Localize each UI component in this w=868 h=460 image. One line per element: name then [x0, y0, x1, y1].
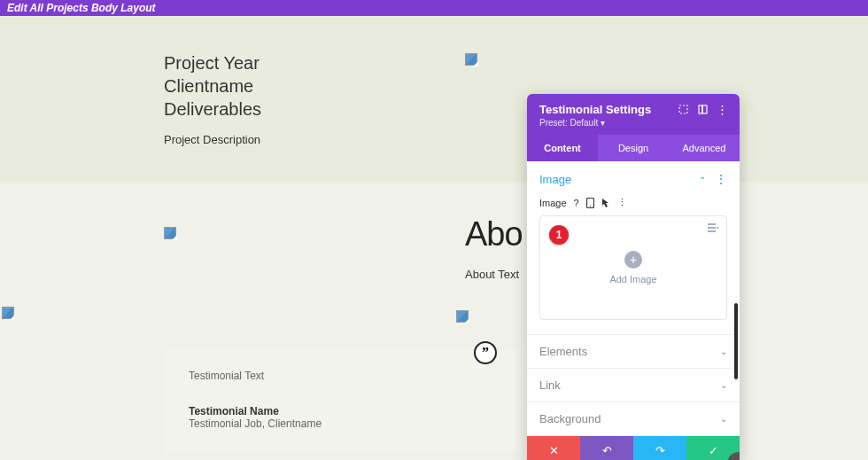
hero-line-2: Clientname	[164, 76, 253, 96]
section-image-label: Image	[539, 173, 571, 186]
panel-header[interactable]: Testimonial Settings ⋮ Preset: Default ▾	[527, 94, 740, 135]
section-image-header[interactable]: Image ⌃ ⋮	[527, 161, 740, 197]
snap-icon[interactable]	[697, 105, 708, 115]
dynamic-content-icon[interactable]	[708, 223, 719, 233]
section-background-header[interactable]: Background ⌄	[527, 402, 740, 435]
redo-icon: ↷	[655, 444, 665, 457]
svg-rect-2	[702, 105, 707, 113]
section-link: Link ⌄	[527, 369, 740, 402]
redo-button[interactable]: ↷	[633, 436, 686, 460]
hero-line-3: Deliverables	[164, 99, 261, 119]
hero-description: Project Description	[164, 133, 868, 146]
edge-image-placeholder-icon	[2, 307, 14, 319]
section-background-label: Background	[539, 412, 601, 425]
image-field-row: Image ? ⋮	[539, 197, 727, 208]
settings-panel[interactable]: Testimonial Settings ⋮ Preset: Default ▾	[527, 94, 740, 460]
scrollbar[interactable]	[734, 303, 738, 379]
check-icon: ✓	[709, 444, 718, 457]
top-bar-title: Edit All Projects Body Layout	[7, 2, 156, 14]
close-icon: ✕	[549, 444, 559, 457]
section-background: Background ⌄	[527, 402, 740, 436]
field-more-icon[interactable]: ⋮	[617, 197, 627, 208]
chevron-down-icon: ⌄	[720, 347, 727, 356]
panel-more-icon[interactable]: ⋮	[717, 105, 727, 115]
section-link-header[interactable]: Link ⌄	[527, 369, 740, 402]
svg-point-4	[589, 205, 591, 207]
mid-image-placeholder-icon	[456, 310, 469, 323]
about-block: Abo About Text	[465, 215, 523, 281]
testimonial-name: Testimonial Name	[189, 405, 502, 417]
responsive-icon[interactable]	[586, 198, 594, 208]
help-icon[interactable]: ?	[574, 198, 579, 208]
chevron-down-icon: ⌄	[720, 414, 727, 424]
image-field-label: Image	[539, 198, 567, 208]
svg-rect-0	[679, 105, 687, 113]
chevron-down-icon: ⌄	[720, 380, 727, 390]
hero-heading: Project Year Clientname Deliverables	[164, 51, 868, 121]
tab-content[interactable]: Content	[527, 135, 598, 161]
preset-caret-icon: ▾	[601, 118, 605, 128]
preset-label: Preset:	[539, 118, 568, 128]
plus-icon: +	[624, 251, 642, 269]
hero-image-placeholder-icon	[465, 53, 477, 66]
section-elements-label: Elements	[539, 345, 587, 358]
add-image-label: Add Image	[609, 274, 656, 285]
testimonial-card[interactable]: Testimonial Text Testimonial Name Testim…	[164, 350, 527, 453]
section-elements: Elements ⌄	[527, 335, 740, 369]
section-image: Image ⌃ ⋮ Image ?	[527, 161, 740, 335]
hover-icon[interactable]	[601, 198, 610, 208]
chevron-up-icon: ⌃	[699, 175, 706, 185]
preset-row[interactable]: Preset: Default ▾	[539, 118, 727, 128]
panel-title: Testimonial Settings	[539, 103, 651, 116]
section-image-menu-icon[interactable]: ⋮	[715, 172, 727, 186]
tab-advanced[interactable]: Advanced	[669, 135, 740, 161]
panel-tabs: Content Design Advanced	[527, 135, 740, 161]
undo-icon: ↶	[602, 444, 612, 457]
hero-line-1: Project Year	[164, 53, 260, 73]
testimonial-text: Testimonial Text	[189, 370, 502, 382]
top-bar: Edit All Projects Body Layout	[0, 0, 868, 16]
expand-icon[interactable]	[678, 105, 688, 115]
about-text: About Text	[465, 268, 523, 281]
preset-value: Default	[570, 118, 598, 128]
canvas: Project Year Clientname Deliverables Pro…	[0, 16, 868, 460]
quote-icon: ”	[474, 341, 497, 364]
undo-button[interactable]: ↶	[580, 436, 633, 460]
tab-design[interactable]: Design	[598, 135, 669, 161]
step-marker: 1	[549, 225, 569, 245]
section-elements-header[interactable]: Elements ⌄	[527, 335, 740, 368]
section-link-label: Link	[539, 378, 561, 392]
svg-point-5	[717, 227, 719, 229]
add-image-dropzone[interactable]: 1 + Add Image	[539, 215, 727, 320]
about-image-placeholder-icon	[164, 227, 176, 239]
discard-button[interactable]: ✕	[527, 436, 580, 460]
testimonial-job: Testimonial Job, Clientname	[189, 417, 502, 430]
panel-action-bar: ✕ ↶ ↷ ✓	[527, 436, 740, 460]
about-title: Abo	[465, 215, 523, 253]
